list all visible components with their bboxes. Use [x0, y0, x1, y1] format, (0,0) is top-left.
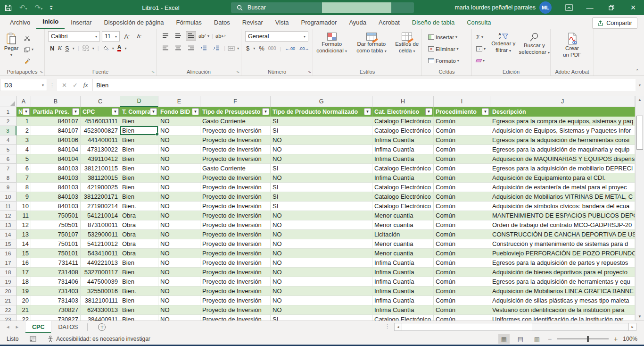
tab-consulta[interactable]: Consulta — [461, 15, 497, 29]
cell-I23[interactable]: Común — [434, 315, 490, 321]
cell-H22[interactable]: Infima Cuantía — [372, 305, 434, 315]
cell-B4[interactable]: 840106 — [31, 135, 81, 145]
cell-J18[interactable]: Adquisición de bienes deportivos para el… — [490, 268, 635, 277]
cell-H15[interactable]: Menor cuantia — [372, 239, 434, 249]
cell-B14[interactable]: 750107 — [31, 230, 81, 239]
filter-button-nro[interactable]: ▼ — [23, 108, 30, 115]
cell-B23[interactable]: 730827 — [31, 315, 81, 321]
cell-G12[interactable]: NO — [271, 211, 372, 220]
cell-J13[interactable]: Orden de trabajo del contrato MCO-GADPRS… — [490, 220, 635, 230]
cell-F3[interactable]: Proyecto de Inversión — [200, 126, 271, 135]
cell-G15[interactable]: NO — [271, 239, 372, 249]
table-header-t-compra[interactable]: T. Compra▼ — [120, 107, 158, 117]
cell-C18[interactable]: 5327000117 — [81, 268, 120, 277]
sheet-prev-icon[interactable]: ◂ — [7, 324, 9, 330]
cell-D14[interactable]: Obra — [120, 230, 158, 239]
cell-I21[interactable]: Común — [434, 296, 490, 305]
cell-C13[interactable]: 873100011 — [81, 220, 120, 230]
cell-J16[interactable]: Puebloviejo PERFORACIÓN DE POZO PROFUNDO… — [490, 249, 635, 258]
column-header-C[interactable]: C — [81, 96, 120, 107]
currency-format-icon[interactable]: $ — [246, 45, 249, 52]
tab-inicio[interactable]: Inicio — [36, 15, 65, 29]
cell-C17[interactable]: 449221013 — [81, 258, 120, 268]
cell-G21[interactable]: NO — [271, 296, 372, 305]
cell-G2[interactable]: SI — [271, 117, 372, 126]
user-name[interactable]: maria lourdes peñafiel parrales — [454, 0, 536, 15]
cell-J15[interactable]: Construcción y mantenimiento de sistemas… — [490, 239, 635, 249]
cell-A4[interactable]: 3 — [17, 135, 31, 145]
cell-J9[interactable]: Adquisición de estantería de metal para … — [490, 183, 635, 192]
cell-E20[interactable]: NO — [158, 287, 200, 296]
cell-H19[interactable]: Infima Cuantía — [372, 277, 434, 287]
zoom-out-icon[interactable]: − — [548, 335, 552, 343]
cell-F2[interactable]: Gasto Corriente — [200, 117, 271, 126]
cell-F23[interactable]: Proyecto de Inversión — [200, 315, 271, 321]
row-header-4[interactable]: 4 — [0, 135, 17, 145]
cell-A5[interactable]: 4 — [17, 145, 31, 154]
tab-insertar[interactable]: Insertar — [65, 15, 98, 29]
zoom-slider-thumb[interactable] — [587, 336, 589, 342]
name-box[interactable]: D3 ▾ — [0, 79, 47, 91]
cell-H6[interactable]: Infima Cuantía — [372, 154, 434, 164]
cell-J5[interactable]: Egresos para la adquisición de maquinari… — [490, 145, 635, 154]
cell-G19[interactable]: NO — [271, 277, 372, 287]
cell-B10[interactable]: 840103 — [31, 192, 81, 202]
table-header-cat-electr-nico[interactable]: Cat. Electrónico▼ — [372, 107, 434, 117]
tab-vista[interactable]: Vista — [269, 15, 295, 29]
cell-J8[interactable]: Adquisición de Equipamiento para el CDI. — [490, 173, 635, 183]
percent-format-icon[interactable]: % — [259, 45, 264, 52]
cell-B5[interactable]: 840104 — [31, 145, 81, 154]
font-name-select[interactable]: Calibri▾ — [48, 31, 100, 42]
table-header-tipo-de-producto-normalizado[interactable]: Tipo de Producto Normalizado▼ — [271, 107, 372, 117]
cell-D4[interactable]: Bien — [120, 135, 158, 145]
cell-G7[interactable]: SI — [271, 164, 372, 173]
cell-J19[interactable]: Egresos para la adquisición de herramien… — [490, 277, 635, 287]
cell-I8[interactable]: Común — [434, 173, 490, 183]
cell-I7[interactable]: Común — [434, 164, 490, 173]
cell-H13[interactable]: Menor cuantia — [372, 220, 434, 230]
cell-H18[interactable]: Infima Cuantía — [372, 268, 434, 277]
cell-F17[interactable]: Proyecto de Inversión — [200, 258, 271, 268]
font-dialog-launcher[interactable]: ⇘ — [151, 70, 155, 74]
cell-A20[interactable]: 19 — [17, 287, 31, 296]
font-size-select[interactable]: 11▾ — [102, 31, 120, 42]
cell-D19[interactable]: Bien — [120, 277, 158, 287]
cell-I14[interactable]: Común — [434, 230, 490, 239]
cell-B12[interactable]: 750501 — [31, 211, 81, 220]
cell-B18[interactable]: 731408 — [31, 268, 81, 277]
column-header-D[interactable]: D — [120, 96, 158, 107]
cell-F16[interactable]: Proyecto de Inversión — [200, 249, 271, 258]
align-bottom-icon[interactable] — [186, 31, 196, 41]
cell-E7[interactable]: NO — [158, 164, 200, 173]
select-all-corner[interactable] — [0, 96, 17, 107]
cell-I13[interactable]: Común — [434, 220, 490, 230]
cell-J23[interactable]: Uniformes con identificación de la insti… — [490, 315, 635, 321]
decrease-decimal-icon[interactable]: .00→ — [299, 46, 309, 51]
vertical-scrollbar[interactable]: ▲ ▼ — [635, 96, 644, 321]
cell-C14[interactable]: 532900011 — [81, 230, 120, 239]
cell-D5[interactable]: Bien — [120, 145, 158, 154]
delete-cells-button[interactable]: ×Eliminar▾ — [427, 44, 471, 54]
cell-G10[interactable]: SI — [271, 192, 372, 202]
cell-C7[interactable]: 3812100115 — [81, 164, 120, 173]
column-header-E[interactable]: E — [158, 96, 200, 107]
tab-ayuda[interactable]: Ayuda — [343, 15, 372, 29]
font-color-icon[interactable]: A — [117, 45, 122, 51]
format-painter-button[interactable] — [23, 56, 35, 66]
cell-C21[interactable]: 3812100111 — [81, 296, 120, 305]
cell-J10[interactable]: Adquisicion de Mobiliarios VITRINAS DE M… — [490, 192, 635, 202]
cell-J12[interactable]: MANTENIMIENTO DE ESPACIOS PUBLICOS DEPOR… — [490, 211, 635, 220]
row-header-19[interactable]: 19 — [0, 277, 17, 287]
filter-button-fondo-bid[interactable]: ▼ — [192, 108, 199, 115]
align-left-icon[interactable] — [160, 43, 171, 53]
cell-A22[interactable]: 21 — [17, 305, 31, 315]
cell-E9[interactable]: NO — [158, 183, 200, 192]
tab-dise-o-de-tabla[interactable]: Diseño de tabla — [406, 15, 461, 29]
cell-E23[interactable]: NO — [158, 315, 200, 321]
row-header-23[interactable]: 23 — [0, 315, 17, 321]
cut-button[interactable] — [23, 33, 35, 43]
page-layout-view-icon[interactable]: ▤ — [515, 334, 526, 344]
cell-A2[interactable]: 1 — [17, 117, 31, 126]
fill-button[interactable]: ↓▾ — [475, 44, 488, 54]
table-header-fondo-bid[interactable]: Fondo BID▼ — [158, 107, 200, 117]
